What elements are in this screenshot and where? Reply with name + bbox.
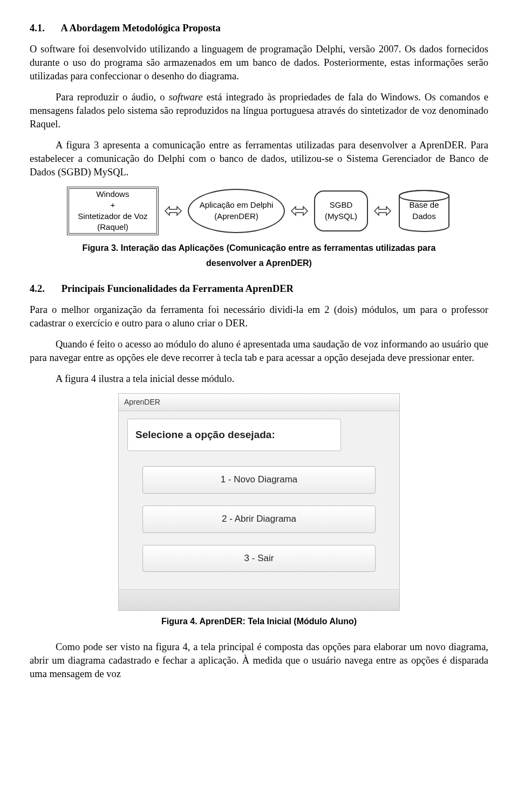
double-arrow-icon [164,204,182,217]
section-4-1-number: 4.1. [30,22,59,35]
diagram-node-sgbd: SGBD (MySQL) [314,190,368,231]
aprender-prompt-label: Selecione a opção desejada: [127,419,341,451]
diagram-windows-line2: + [111,200,115,209]
aprender-window-footer [119,589,399,610]
double-arrow-icon [373,204,392,217]
figure-3-caption-line1: Figura 3. Interação das Aplicações (Comu… [83,243,436,253]
diagram-sgbd-line1: SGBD [330,200,353,209]
section-4-2-heading: 4.2. Principais Funcionalidades da Ferra… [30,282,488,296]
figure-3-caption: Figura 3. Interação das Aplicações (Comu… [30,241,488,272]
paragraph-2: Para reproduzir o áudio, o software está… [30,91,488,131]
paragraph-2-italic: software [169,92,203,103]
paragraph-4: Para o melhor organização da ferramenta … [30,303,488,330]
paragraph-6: A figura 4 ilustra a tela inicial desse … [30,372,488,386]
paragraph-7: Como pode ser visto na figura 4, a tela … [30,640,488,681]
diagram-windows-line1: Windows [97,189,130,199]
section-4-2-title: Principais Funcionalidades da Ferramenta… [62,283,294,294]
paragraph-2-part-a: Para reproduzir o áudio, o [56,92,169,103]
diagram-node-database: Base de Dados [397,189,451,233]
double-arrow-icon [290,204,309,217]
figure-4-screenshot: AprenDER Selecione a opção desejada: 1 -… [30,393,488,611]
diagram-node-application: Aplicação em Delphi (AprenDER) [188,189,285,233]
aprender-option-novo-diagrama[interactable]: 1 - Novo Diagrama [142,466,375,494]
diagram-app-line1: Aplicação em Delphi [200,200,274,209]
diagram-db-line2: Dados [412,211,435,221]
diagram-node-windows: Windows + Sintetizador de Voz (Raquel) [67,187,159,235]
figure-4-caption: Figura 4. AprenDER: Tela Inicial (Módulo… [30,614,488,630]
diagram-app-line2: (AprenDER) [214,211,258,221]
figure-3-caption-line2: desenvolver a AprenDER) [206,258,312,268]
architecture-diagram: Windows + Sintetizador de Voz (Raquel) A… [30,187,488,235]
aprender-window-title: AprenDER [119,394,399,411]
paragraph-3: A figura 3 apresenta a comunicação entre… [30,139,488,179]
section-4-1-heading: 4.1. A Abordagem Metodológica Proposta [30,22,488,35]
aprender-option-abrir-diagrama[interactable]: 2 - Abrir Diagrama [142,506,375,533]
diagram-sgbd-line2: (MySQL) [325,211,357,221]
diagram-db-line1: Base de [409,200,439,209]
paragraph-5: Quando é feito o acesso ao módulo do alu… [30,338,488,365]
aprender-option-sair[interactable]: 3 - Sair [142,545,375,572]
section-4-1-title: A Abordagem Metodológica Proposta [61,23,221,33]
aprender-window: AprenDER Selecione a opção desejada: 1 -… [118,393,400,611]
section-4-2-number: 4.2. [30,282,59,296]
diagram-windows-line3: Sintetizador de Voz [78,211,147,221]
paragraph-1: O software foi desenvolvido utilizando a… [30,43,488,83]
diagram-windows-line4: (Raquel) [97,222,128,231]
